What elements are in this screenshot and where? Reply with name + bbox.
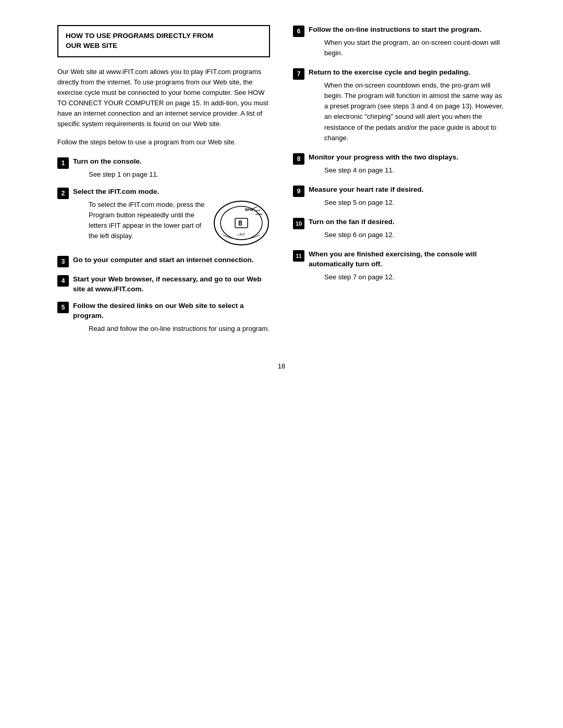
step-3: 3 Go to your computer and start an inter…	[57, 255, 270, 267]
step-6: 6 Follow the on-line instructions to sta…	[293, 25, 506, 58]
step-10-body: See step 6 on page 12.	[324, 230, 395, 240]
step-6-number: 6	[293, 26, 304, 37]
page: HOW TO USE PROGRAMS DIRECTLY FROM OUR WE…	[57, 0, 506, 728]
right-column: 6 Follow the on-line instructions to sta…	[291, 25, 506, 341]
svg-text:RPM: RPM	[245, 208, 253, 212]
step-1: 1 Turn on the console. See step 1 on pag…	[57, 157, 270, 180]
step-3-number: 3	[57, 256, 69, 267]
svg-text:8: 8	[238, 219, 242, 227]
step-11: 11 When you are finished exercising, the…	[293, 250, 506, 282]
step-7-title: Return to the exercise cycle and begin p…	[309, 68, 470, 76]
step-2-number: 2	[57, 188, 69, 199]
header-box: HOW TO USE PROGRAMS DIRECTLY FROM OUR WE…	[57, 25, 270, 57]
page-number: 18	[57, 362, 506, 370]
step-11-number: 11	[293, 250, 304, 262]
step-7: 7 Return to the exercise cycle and begin…	[293, 68, 506, 143]
header-line1: HOW TO USE PROGRAMS DIRECTLY FROM	[66, 31, 262, 41]
step-8-number: 8	[293, 153, 304, 165]
intro-paragraph: Our Web site at www.iFIT.com allows you …	[57, 67, 270, 130]
step-8: 8 Monitor your progress with the two dis…	[293, 153, 506, 176]
left-column: HOW TO USE PROGRAMS DIRECTLY FROM OUR WE…	[57, 25, 272, 341]
step-8-body: See step 4 on page 11.	[324, 165, 458, 176]
step-5-title: Follow the desired links on our Web site…	[73, 302, 244, 319]
step-9-title: Measure your heart rate if desired.	[309, 186, 424, 193]
step-8-title: Monitor your progress with the two displ…	[309, 153, 458, 161]
step-2: 2 Select the iFIT.com mode. To select th…	[57, 187, 270, 248]
step-9-number: 9	[293, 186, 304, 197]
svg-text:i FIT: i FIT	[238, 233, 246, 237]
step-7-body: When the on-screen countdown ends, the p…	[324, 80, 506, 143]
step-5-number: 5	[57, 302, 69, 313]
follow-paragraph: Follow the steps below to use a program …	[57, 137, 270, 147]
step-4: 4 Start your Web browser, if necessary, …	[57, 275, 270, 294]
step-6-body: When you start the program, an on-screen…	[324, 38, 506, 58]
step-11-body: See step 7 on page 12.	[324, 272, 506, 282]
step-6-title: Follow the on-line instructions to start…	[309, 26, 482, 33]
step-2-body: To select the iFIT.com mode, press the P…	[89, 200, 206, 248]
step-5-body: Read and follow the on-line instructions…	[89, 324, 270, 334]
step-2-title: Select the iFIT.com mode.	[73, 188, 159, 195]
console-illustration: RPM 8 i FIT	[213, 200, 270, 248]
header-line2: OUR WEB SITE	[66, 41, 262, 51]
step-10-title: Turn on the fan if desired.	[309, 218, 395, 226]
step-1-title: Turn on the console.	[73, 157, 142, 165]
step-9: 9 Measure your heart rate if desired. Se…	[293, 185, 506, 208]
step-5: 5 Follow the desired links on our Web si…	[57, 301, 270, 334]
step-7-number: 7	[293, 68, 304, 80]
step-9-body: See step 5 on page 12.	[324, 198, 424, 208]
step-1-body: See step 1 on page 11.	[89, 169, 158, 180]
step-4-number: 4	[57, 275, 69, 287]
step-10-number: 10	[293, 218, 304, 229]
step-10: 10 Turn on the fan if desired. See step …	[293, 217, 506, 240]
step-11-title: When you are finished exercising, the co…	[309, 250, 477, 268]
step-3-title: Go to your computer and start an interne…	[73, 256, 254, 264]
step-4-title: Start your Web browser, if necessary, an…	[73, 275, 262, 293]
step-1-number: 1	[57, 157, 69, 169]
